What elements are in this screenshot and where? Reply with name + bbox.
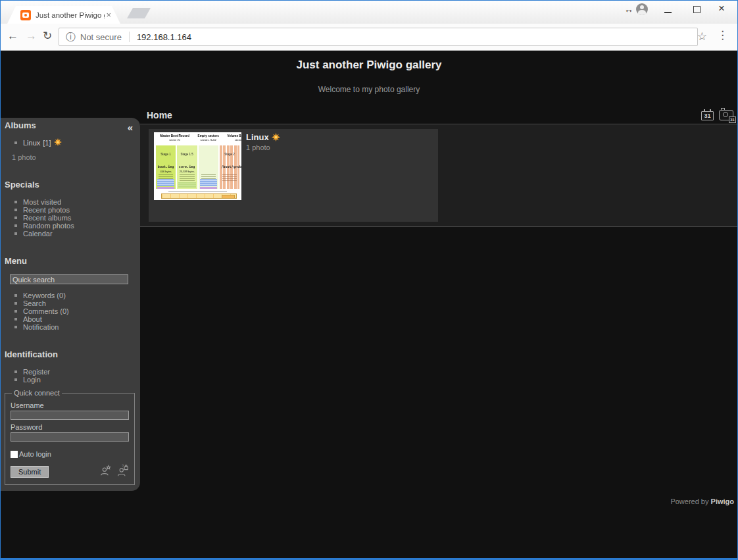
quick-connect-legend: Quick connect [12,389,62,397]
forward-icon[interactable]: → [26,30,37,43]
browser-tab[interactable]: Just another Piwigo galle × [7,6,120,24]
bullet-icon [14,201,17,203]
close-button[interactable]: × [718,2,725,15]
new-burst-icon [272,133,280,141]
quick-connect-icons: ? [100,464,129,478]
calendar-created-icon[interactable]: 31 [719,110,733,120]
bullet-icon [14,209,17,211]
list-item: Comments (0) [5,307,135,315]
svg-text:?: ? [122,464,124,468]
breadcrumb[interactable]: Home [147,110,172,120]
albums-heading: Albums [5,120,135,130]
quick-search-input[interactable] [10,274,128,284]
album-info: Linux 1 photo [246,132,280,151]
submit-row: Submit ? [11,464,129,478]
new-burst-icon [54,138,62,147]
sidebar-link-calendar[interactable]: Calendar [23,230,53,238]
bullet-icon [14,318,17,320]
back-icon[interactable]: ← [7,30,18,43]
list-item: Recent albums [5,214,135,222]
thumb-headers: Master Boot Recordsector #0 Empty sector… [156,134,239,145]
list-item: Random photos [5,222,135,230]
page-viewport: Just another Piwigo gallery Welcome to m… [1,51,737,559]
bullet-icon [14,310,17,313]
thumb-table [161,193,237,199]
register-person-star-icon[interactable] [100,464,112,478]
sidebar-link-login[interactable]: Login [23,376,41,384]
piwigo-link[interactable]: Piwigo [711,497,734,505]
bullet-icon [14,370,17,373]
albums-list: Linux [1] [5,138,135,147]
quick-connect-box: Quick connect Username Password Auto log… [5,389,135,485]
sidebar-link-notification[interactable]: Notification [23,323,59,331]
powered-by-text: Powered by [670,497,708,505]
albums-section: Master Boot Recordsector #0 Empty sector… [140,124,737,227]
sidebar-link-about[interactable]: About [23,315,42,323]
security-label: Not secure [80,32,122,42]
tab-close-icon[interactable]: × [106,11,111,19]
album-thumbnail[interactable]: Master Boot Recordsector #0 Empty sector… [154,132,241,200]
auto-login-row: Auto login [11,450,129,458]
info-icon[interactable]: ⓘ [66,31,76,43]
mini-calendar-icon: 31 [729,116,736,123]
submit-button[interactable]: Submit [11,466,49,478]
reload-icon[interactable]: ↻ [43,30,52,43]
sidebar-link-recent-photos[interactable]: Recent photos [23,206,70,214]
username-label: Username [11,401,129,409]
minimize-button[interactable] [664,12,672,13]
url-text[interactable]: 192.168.1.164 [137,32,191,42]
identification-heading: Identification [5,349,135,359]
tab-title: Just another Piwigo galle [36,11,105,19]
list-item: Keywords (0) [5,292,135,299]
sidebar-link-keywords[interactable]: Keywords (0) [23,292,66,299]
identification-list: Register Login [5,368,135,384]
browser-toolbar: ← → ↻ ⓘ Not secure 192.168.1.164 ☆ ⋮ [1,24,737,51]
sidebar-link-register[interactable]: Register [23,368,50,376]
sidebar-link-comments[interactable]: Comments (0) [23,307,69,315]
bullet-icon [14,141,17,144]
camera-bump-icon [721,108,725,110]
list-item: Register [5,368,135,376]
username-field[interactable] [11,411,129,420]
auto-login-label: Auto login [19,450,51,458]
page-title: Just another Piwigo gallery [1,51,737,72]
albums-summary: 1 photo [12,153,135,161]
album-title-link[interactable]: Linux [246,132,269,142]
address-separator [129,32,130,42]
menu-heading: Menu [5,256,135,266]
password-label: Password [11,423,129,431]
maximize-button[interactable] [693,6,701,13]
browser-window: Just another Piwigo galle × ↔ × ← → ↻ ⓘ … [0,0,738,560]
list-item: About [5,315,135,323]
browser-menu-icon[interactable]: ⋮ [717,28,728,42]
sidebar-album-linux[interactable]: Linux [1] [23,138,62,147]
sidebar-link-search[interactable]: Search [23,299,46,307]
piwigo-favicon-icon [20,10,31,20]
profile-icon[interactable] [636,3,648,15]
sidebar-link-recent-albums[interactable]: Recent albums [23,214,71,222]
album-list-item: Linux [1] [5,138,135,147]
thumb-caption [168,191,227,192]
list-item: Recent photos [5,206,135,214]
auto-login-checkbox[interactable] [11,451,18,458]
sidebar-link-random-photos[interactable]: Random photos [23,222,74,230]
thumb-columns: Stage 1 boot.img 446 bytes Stage 1.5 cor… [156,145,239,189]
calendar-posted-icon[interactable]: 31 [701,111,714,120]
bookmark-star-icon[interactable]: ☆ [697,30,707,43]
lost-password-person-lock-icon[interactable]: ? [116,464,129,478]
album-card[interactable]: Master Boot Recordsector #0 Empty sector… [149,129,438,222]
collapse-sidebar-icon[interactable]: « [128,122,133,133]
bullet-icon [14,326,17,328]
camera-lens-icon [723,112,728,117]
sidebar-link-most-visited[interactable]: Most visited [23,198,61,206]
bullet-icon [14,224,17,227]
bullet-icon [14,378,17,381]
specials-heading: Specials [5,180,135,190]
list-item: Search [5,299,135,307]
sidebar: « Albums Linux [1] 1 photo Specials [1,118,140,491]
bullet-icon [14,232,17,235]
password-field[interactable] [11,432,129,442]
address-bar[interactable]: ⓘ Not secure 192.168.1.164 [59,28,698,46]
bullet-icon [14,216,17,219]
new-tab-button[interactable] [127,8,151,18]
